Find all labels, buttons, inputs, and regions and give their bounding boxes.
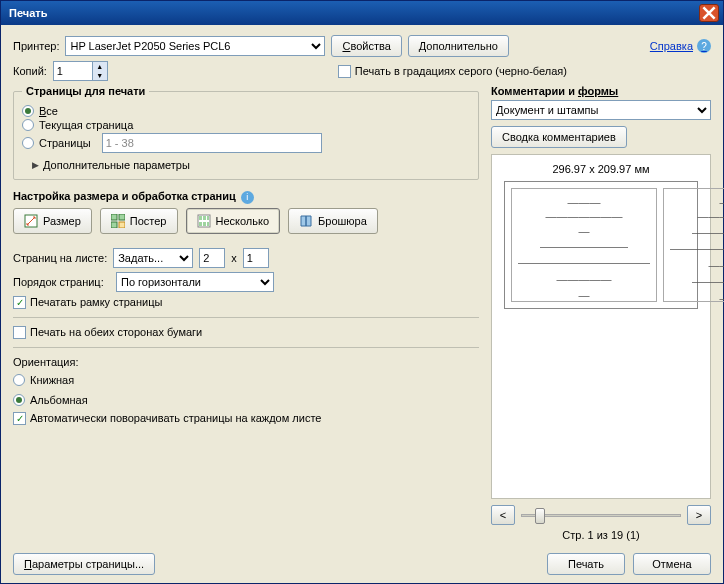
next-page-button[interactable]: > [687, 505, 711, 525]
copies-label: Копий: [13, 65, 47, 77]
spin-down[interactable]: ▼ [93, 71, 107, 80]
printer-label: Принтер: [13, 40, 59, 52]
page-preview: ——————————— —————————————————————————— [511, 188, 657, 302]
prev-page-button[interactable]: < [491, 505, 515, 525]
svg-rect-3 [111, 222, 117, 228]
order-select[interactable]: По горизонтали [116, 272, 274, 292]
grayscale-checkbox[interactable]: Печать в градациях серого (черно-белая) [338, 65, 567, 78]
paper-size-label: 296.97 x 209.97 мм [552, 163, 649, 175]
zoom-slider[interactable] [521, 506, 681, 524]
svg-rect-8 [207, 216, 209, 220]
order-label: Порядок страниц: [13, 276, 110, 288]
checkbox-icon: ✓ [13, 412, 26, 425]
properties-button[interactable]: Свойства [331, 35, 401, 57]
page-preview: —————————— —————————————————————————————… [663, 188, 724, 302]
svg-rect-7 [203, 216, 206, 220]
tab-booklet[interactable]: Брошюра [288, 208, 378, 234]
per-sheet-label: Страниц на листе: [13, 252, 107, 264]
radio-portrait[interactable]: Книжная [13, 374, 479, 386]
cancel-button[interactable]: Отмена [633, 553, 711, 575]
checkbox-icon [338, 65, 351, 78]
pages-fieldset: Страницы для печати Все Текущая страница… [13, 85, 479, 180]
orientation-label: Ориентация: [13, 356, 479, 368]
radio-pages[interactable]: Страницы [22, 133, 470, 153]
preview-pane: 296.97 x 209.97 мм ——————————— —————————… [491, 154, 711, 499]
paper-preview: ——————————— —————————————————————————— —… [504, 181, 698, 309]
radio-all[interactable]: Все [22, 105, 470, 117]
more-params-toggle[interactable]: ▶ Дополнительные параметры [22, 155, 470, 171]
copies-input[interactable] [53, 61, 93, 81]
print-button[interactable]: Печать [547, 553, 625, 575]
svg-rect-6 [199, 216, 202, 220]
sizing-legend: Настройка размера и обработка страниц [13, 190, 236, 202]
comments-legend: Комментарии и формы [491, 85, 711, 97]
tab-size[interactable]: Размер [13, 208, 92, 234]
comments-select[interactable]: Документ и штампы [491, 100, 711, 120]
tab-poster[interactable]: Постер [100, 208, 178, 234]
svg-rect-11 [207, 222, 209, 226]
duplex-checkbox[interactable]: Печать на обеих сторонах бумаги [13, 326, 479, 339]
window-title: Печать [5, 7, 699, 19]
pages-legend: Страницы для печати [22, 85, 149, 97]
help-link[interactable]: Справка ? [650, 39, 711, 53]
btn-label: Свойства [342, 40, 390, 52]
svg-rect-10 [203, 222, 206, 226]
printer-select[interactable]: HP LaserJet P2050 Series PCL6 [65, 36, 325, 56]
radio-icon [13, 394, 25, 406]
per-sheet-select[interactable]: Задать... [113, 248, 193, 268]
advanced-button[interactable]: Дополнительно [408, 35, 509, 57]
radio-icon [22, 137, 34, 149]
svg-rect-1 [111, 214, 117, 220]
svg-rect-4 [119, 222, 125, 228]
radio-landscape[interactable]: Альбомная [13, 394, 479, 406]
btn-label: Дополнительно [419, 40, 498, 52]
radio-current[interactable]: Текущая страница [22, 119, 470, 131]
auto-rotate-checkbox[interactable]: ✓ Автоматически поворачивать страницы на… [13, 412, 479, 425]
comments-summary-button[interactable]: Сводка комментариев [491, 126, 627, 148]
radio-icon [22, 119, 34, 131]
help-icon: ? [697, 39, 711, 53]
page-setup-button[interactable]: Параметры страницы... [13, 553, 155, 575]
svg-rect-9 [199, 222, 202, 226]
per-sheet-x-input[interactable] [199, 248, 225, 268]
chevron-right-icon: ▶ [32, 160, 39, 170]
checkbox-icon [13, 326, 26, 339]
radio-icon [22, 105, 34, 117]
tab-multiple[interactable]: Несколько [186, 208, 281, 234]
svg-rect-2 [119, 214, 125, 220]
info-icon[interactable]: i [241, 191, 254, 204]
radio-icon [13, 374, 25, 386]
pages-range-input[interactable] [102, 133, 322, 153]
copies-spinner[interactable]: ▲▼ [53, 61, 108, 81]
close-button[interactable] [699, 4, 719, 22]
title-bar: Печать [1, 1, 723, 25]
spin-up[interactable]: ▲ [93, 62, 107, 71]
page-status: Стр. 1 из 19 (1) [491, 529, 711, 541]
per-sheet-y-input[interactable] [243, 248, 269, 268]
checkbox-icon: ✓ [13, 296, 26, 309]
page-border-checkbox[interactable]: ✓ Печатать рамку страницы [13, 296, 479, 309]
